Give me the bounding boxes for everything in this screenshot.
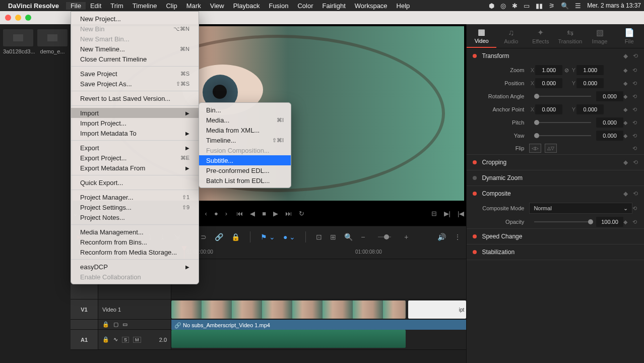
menu-item[interactable]: Save Project⌘S <box>71 69 199 79</box>
submenu-item[interactable]: Subtitle... <box>199 155 291 165</box>
inspector-tab-transition[interactable]: ⇆Transition <box>555 24 585 48</box>
solo-button[interactable]: S <box>122 337 129 343</box>
match-frame-icon[interactable]: ⊟ <box>431 210 437 217</box>
video-clip[interactable] <box>171 300 406 319</box>
menu-workspace[interactable]: Workspace <box>350 2 392 10</box>
menu-item[interactable]: Quick Export... <box>71 177 199 188</box>
menu-item[interactable]: easyDCP▶ <box>71 262 199 272</box>
zoom-out-icon[interactable]: − <box>361 233 365 241</box>
composite-header[interactable]: Composite◆⟲ <box>467 186 644 201</box>
subtitle-clip[interactable]: ipt <box>408 300 466 319</box>
minimize-window[interactable] <box>15 15 21 21</box>
audio-clip[interactable] <box>171 330 406 348</box>
menu-edit[interactable]: Edit <box>86 2 106 10</box>
submenu-item[interactable]: Timeline...⇧⌘I <box>199 135 291 145</box>
lock-track-icon[interactable]: 🔒 <box>102 321 109 328</box>
control-center-icon[interactable]: ☰ <box>575 2 581 10</box>
status-icon[interactable]: ⬢ <box>489 2 494 10</box>
menu-item[interactable]: New Timeline...⌘N <box>71 44 199 54</box>
menu-item[interactable]: Export Project...⌘E <box>71 153 199 163</box>
inspector-tab-file[interactable]: 📄File <box>614 24 644 48</box>
zoom-in-icon[interactable]: + <box>404 233 408 241</box>
lock-track-icon[interactable]: 🔒 <box>102 336 109 343</box>
zoom-y-field[interactable] <box>576 65 604 75</box>
inspector-tab-effects[interactable]: ✦Effects <box>526 24 556 48</box>
menu-mark[interactable]: Mark <box>182 2 206 10</box>
menu-help[interactable]: Help <box>392 2 415 10</box>
menu-item[interactable]: New Project... <box>71 14 199 24</box>
mute-button[interactable]: M <box>133 337 141 343</box>
stop-icon[interactable]: ■ <box>262 210 266 217</box>
pitch-field[interactable] <box>596 117 623 128</box>
submenu-item[interactable]: Media...⌘I <box>199 115 291 125</box>
timeline-options-icon[interactable]: ⋮ <box>454 233 461 241</box>
close-window[interactable] <box>5 15 11 21</box>
menu-item[interactable]: Export▶ <box>71 143 199 153</box>
wifi-icon[interactable]: ⚞ <box>549 2 555 10</box>
submenu-item[interactable]: Batch List from EDL... <box>199 175 291 186</box>
auto-select-icon[interactable]: ▢ <box>113 321 118 328</box>
reset-icon[interactable]: ⟲ <box>633 52 638 59</box>
flip-h-button[interactable]: ◁▷ <box>529 144 541 153</box>
menu-item[interactable]: Import Project... <box>71 118 199 128</box>
prev-edit-icon[interactable]: ‹ <box>205 210 207 217</box>
first-frame-icon[interactable]: ⏮ <box>236 210 243 217</box>
menu-item[interactable]: Project Settings...⇧9 <box>71 202 199 212</box>
menu-item[interactable]: Close Current Timeline <box>71 54 199 64</box>
menu-playback[interactable]: Playback <box>229 2 265 10</box>
rotation-field[interactable] <box>596 91 623 101</box>
menu-item[interactable]: Reconform from Bins... <box>71 237 199 247</box>
menubar-datetime[interactable]: Mer. 2 mars à 13:37 <box>587 2 641 9</box>
keyframe-icon[interactable]: ◆ <box>623 52 628 59</box>
menu-fairlight[interactable]: Fairlight <box>318 2 350 10</box>
menu-color[interactable]: Color <box>293 2 317 10</box>
mixer-icon[interactable]: 🔊 <box>437 233 446 241</box>
loop-icon[interactable]: ↻ <box>299 210 304 217</box>
marker-tool-icon[interactable]: ● ⌄ <box>283 233 295 241</box>
snap-icon[interactable]: ⊃ <box>201 233 207 241</box>
menu-view[interactable]: View <box>206 2 229 10</box>
last-frame-icon[interactable]: ⏭ <box>285 210 292 217</box>
track-view-icon[interactable]: ▭ <box>122 321 127 328</box>
menu-fusion[interactable]: Fusion <box>264 2 293 10</box>
bluetooth-icon[interactable]: ✱ <box>512 2 518 10</box>
jump-in-icon[interactable]: |◀ <box>458 210 464 217</box>
battery-icon[interactable]: ▮▮ <box>536 2 543 10</box>
zoom-slider[interactable] <box>378 236 391 237</box>
anchor-x-field[interactable] <box>535 104 562 114</box>
menu-clip[interactable]: Clip <box>161 2 181 10</box>
play-icon[interactable]: ▶ <box>273 210 278 217</box>
zoom-window[interactable] <box>25 15 31 21</box>
rotation-slider[interactable] <box>534 96 591 97</box>
menu-item[interactable]: Import▶ <box>71 108 199 118</box>
inspector-tab-image[interactable]: ▧Image <box>585 24 615 48</box>
clip-thumbnail[interactable]: 3a0128cd3... <box>3 29 33 358</box>
jump-out-icon[interactable]: ▶| <box>444 210 450 217</box>
menu-item[interactable]: Export Metadata From▶ <box>71 163 199 173</box>
stabilization-header[interactable]: Stabilization <box>467 245 644 260</box>
inspector-tab-video[interactable]: ▦Video <box>467 24 496 48</box>
menu-item[interactable]: Revert to Last Saved Version... <box>71 93 199 103</box>
opacity-field[interactable] <box>596 217 623 227</box>
speed-header[interactable]: Speed Change <box>467 229 644 244</box>
inspector-tab-audio[interactable]: ♫Audio <box>496 24 526 48</box>
pos-y-field[interactable] <box>576 78 604 88</box>
clip-thumbnail[interactable]: demo_e... <box>37 29 68 358</box>
spotlight-icon[interactable]: 🔍 <box>561 2 569 10</box>
menu-item[interactable]: Media Management... <box>71 227 199 237</box>
link-icon[interactable]: 🔗 <box>215 233 223 241</box>
dynamic-zoom-header[interactable]: Dynamic Zoom <box>467 170 644 186</box>
yaw-slider[interactable] <box>534 135 591 136</box>
menu-item[interactable]: Project Manager...⇧1 <box>71 192 199 202</box>
next-edit-icon[interactable]: › <box>225 210 227 217</box>
composite-mode-select[interactable]: Normal⌄ <box>529 203 632 214</box>
lock-icon[interactable]: 🔒 <box>231 233 240 241</box>
display-icon[interactable]: ▭ <box>524 2 530 10</box>
flag-icon[interactable]: ⚑ ⌄ <box>261 233 275 241</box>
zoom-x-field[interactable] <box>535 65 562 75</box>
track-label-a1[interactable]: A1 <box>71 330 98 349</box>
pitch-slider[interactable] <box>534 122 591 123</box>
track-label-v1[interactable]: V1 <box>71 299 98 319</box>
cc-icon[interactable]: ◎ <box>500 2 506 10</box>
zoom-to-fit-icon[interactable]: ⊡ <box>316 233 322 241</box>
